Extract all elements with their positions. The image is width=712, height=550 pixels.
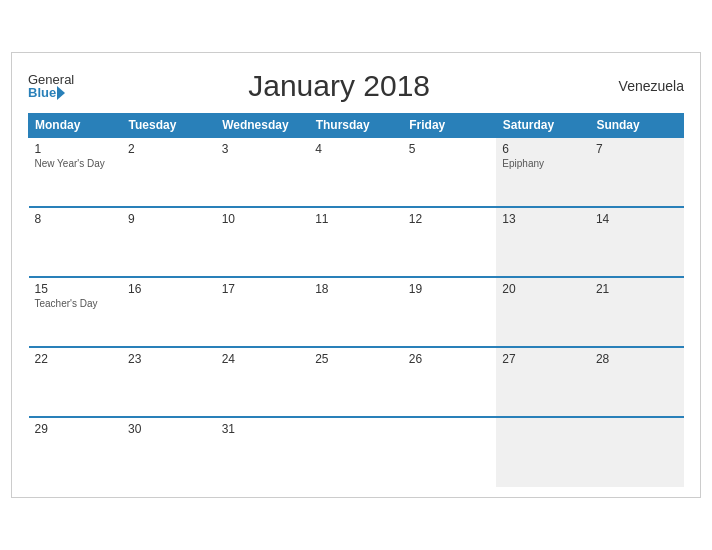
col-saturday: Saturday <box>496 114 590 138</box>
day-cell: 20 <box>496 277 590 347</box>
logo-blue-text: Blue <box>28 86 56 99</box>
day-cell: 28 <box>590 347 684 417</box>
day-number: 8 <box>35 212 117 226</box>
calendar-header-row: Monday Tuesday Wednesday Thursday Friday… <box>29 114 684 138</box>
day-cell <box>496 417 590 487</box>
day-number: 9 <box>128 212 210 226</box>
day-number: 26 <box>409 352 491 366</box>
day-cell: 5 <box>403 137 497 207</box>
day-cell: 29 <box>29 417 123 487</box>
day-cell: 3 <box>216 137 310 207</box>
col-tuesday: Tuesday <box>122 114 216 138</box>
day-number: 4 <box>315 142 397 156</box>
day-number: 24 <box>222 352 304 366</box>
day-number: 14 <box>596 212 678 226</box>
day-cell: 2 <box>122 137 216 207</box>
day-cell <box>403 417 497 487</box>
holiday-label: Epiphany <box>502 158 584 169</box>
day-number: 17 <box>222 282 304 296</box>
week-row-3: 22232425262728 <box>29 347 684 417</box>
day-cell: 10 <box>216 207 310 277</box>
day-number: 16 <box>128 282 210 296</box>
calendar-body: 1New Year's Day23456Epiphany789101112131… <box>29 137 684 487</box>
col-wednesday: Wednesday <box>216 114 310 138</box>
day-cell: 9 <box>122 207 216 277</box>
day-number: 6 <box>502 142 584 156</box>
day-number: 18 <box>315 282 397 296</box>
week-row-0: 1New Year's Day23456Epiphany7 <box>29 137 684 207</box>
day-cell: 15Teacher's Day <box>29 277 123 347</box>
day-cell: 19 <box>403 277 497 347</box>
day-cell <box>590 417 684 487</box>
month-title: January 2018 <box>74 69 604 103</box>
day-number: 22 <box>35 352 117 366</box>
col-monday: Monday <box>29 114 123 138</box>
day-cell: 23 <box>122 347 216 417</box>
day-number: 11 <box>315 212 397 226</box>
col-friday: Friday <box>403 114 497 138</box>
day-cell: 8 <box>29 207 123 277</box>
day-cell: 4 <box>309 137 403 207</box>
logo: General Blue <box>28 73 74 100</box>
holiday-label: New Year's Day <box>35 158 117 169</box>
week-row-2: 15Teacher's Day161718192021 <box>29 277 684 347</box>
logo-triangle-icon <box>57 86 65 100</box>
day-cell: 24 <box>216 347 310 417</box>
day-cell <box>309 417 403 487</box>
day-number: 7 <box>596 142 678 156</box>
day-number: 25 <box>315 352 397 366</box>
week-row-1: 891011121314 <box>29 207 684 277</box>
day-cell: 25 <box>309 347 403 417</box>
day-number: 28 <box>596 352 678 366</box>
day-number: 27 <box>502 352 584 366</box>
day-number: 29 <box>35 422 117 436</box>
day-cell: 17 <box>216 277 310 347</box>
logo-general-text: General <box>28 73 74 86</box>
day-cell: 26 <box>403 347 497 417</box>
day-number: 3 <box>222 142 304 156</box>
day-number: 23 <box>128 352 210 366</box>
day-cell: 21 <box>590 277 684 347</box>
calendar: General Blue January 2018 Venezuela Mond… <box>11 52 701 498</box>
day-cell: 22 <box>29 347 123 417</box>
day-cell: 12 <box>403 207 497 277</box>
day-cell: 27 <box>496 347 590 417</box>
day-number: 13 <box>502 212 584 226</box>
day-number: 30 <box>128 422 210 436</box>
day-number: 10 <box>222 212 304 226</box>
day-cell: 1New Year's Day <box>29 137 123 207</box>
day-cell: 6Epiphany <box>496 137 590 207</box>
day-cell: 14 <box>590 207 684 277</box>
week-row-4: 293031 <box>29 417 684 487</box>
day-number: 15 <box>35 282 117 296</box>
day-cell: 11 <box>309 207 403 277</box>
day-number: 19 <box>409 282 491 296</box>
day-cell: 13 <box>496 207 590 277</box>
day-number: 1 <box>35 142 117 156</box>
day-cell: 18 <box>309 277 403 347</box>
col-thursday: Thursday <box>309 114 403 138</box>
day-cell: 16 <box>122 277 216 347</box>
day-number: 21 <box>596 282 678 296</box>
country-label: Venezuela <box>604 78 684 94</box>
holiday-label: Teacher's Day <box>35 298 117 309</box>
day-cell: 30 <box>122 417 216 487</box>
calendar-table: Monday Tuesday Wednesday Thursday Friday… <box>28 113 684 487</box>
calendar-header: General Blue January 2018 Venezuela <box>28 69 684 103</box>
day-cell: 31 <box>216 417 310 487</box>
day-number: 2 <box>128 142 210 156</box>
day-number: 31 <box>222 422 304 436</box>
day-number: 12 <box>409 212 491 226</box>
day-cell: 7 <box>590 137 684 207</box>
day-number: 20 <box>502 282 584 296</box>
day-number: 5 <box>409 142 491 156</box>
col-sunday: Sunday <box>590 114 684 138</box>
